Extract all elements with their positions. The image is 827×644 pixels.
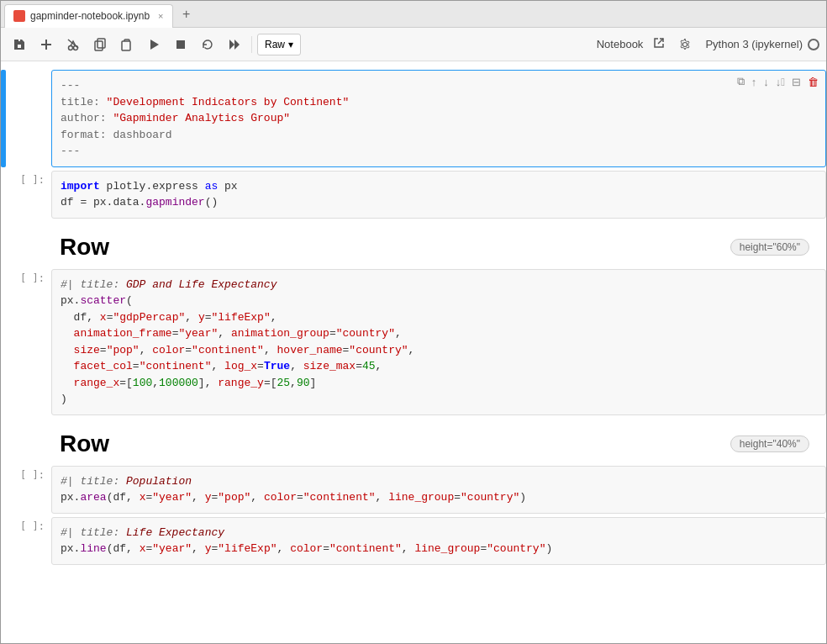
tab-close-button[interactable]: ×	[158, 11, 163, 21]
cell-type-label: Raw	[265, 39, 285, 50]
cell-3-code: #| title: GDP and Life Expectancy px.sca…	[52, 270, 825, 414]
row-1-heading: Row	[60, 234, 109, 260]
cell-2-content[interactable]: import plotly.express as px df = px.data…	[51, 171, 826, 219]
copy-button[interactable]	[88, 33, 112, 56]
cell-5[interactable]: [ ]: #| title: Life Expectancy px.line(d…	[1, 517, 826, 565]
cell-3-number: [ ]:	[9, 269, 51, 415]
cell-4[interactable]: [ ]: #| title: Population px.area(df, x=…	[1, 466, 826, 514]
settings-button[interactable]	[675, 33, 695, 56]
stop-button[interactable]	[169, 33, 192, 56]
add-cell-button[interactable]	[34, 33, 58, 56]
notebook-external-icon[interactable]	[653, 37, 665, 51]
row-2-heading: Row	[60, 430, 109, 457]
notebook-content: ⧉ ↑ ↓ ↓⃝ ⊟ 🗑 --- title: "Development Ind…	[1, 61, 826, 643]
svg-rect-2	[97, 39, 105, 48]
kernel-label: Python 3 (ipykernel)	[705, 38, 803, 50]
cell-type-arrow: ▾	[288, 39, 293, 50]
restart-button[interactable]	[196, 33, 219, 56]
run-button[interactable]	[142, 33, 166, 56]
cell-2-code: import plotly.express as px df = px.data…	[52, 172, 825, 218]
cell-download-btn[interactable]: ↓⃝	[774, 75, 787, 89]
cell-3-indicator	[1, 269, 6, 415]
svg-marker-5	[150, 40, 159, 50]
cell-3-content[interactable]: #| title: GDP and Life Expectancy px.sca…	[51, 269, 826, 415]
notebook-window: gapminder-notebook.ipynb × +	[0, 0, 827, 644]
cell-delete-btn[interactable]: 🗑	[806, 75, 820, 89]
row-1-height-badge: height="60%"	[730, 239, 809, 256]
new-tab-button[interactable]: +	[176, 4, 197, 24]
cut-button[interactable]	[61, 33, 85, 56]
svg-line-9	[658, 39, 663, 44]
cell-1-content[interactable]: ⧉ ↑ ↓ ↓⃝ ⊟ 🗑 --- title: "Development Ind…	[51, 70, 826, 167]
paste-button[interactable]	[115, 33, 139, 56]
row-1-content: Row height="60%"	[9, 229, 826, 266]
svg-rect-4	[122, 41, 130, 50]
row-2-markdown: Row height="40%"	[1, 425, 826, 462]
tab-bar: gapminder-notebook.ipynb × +	[1, 1, 826, 28]
cell-5-number: [ ]:	[9, 517, 51, 565]
notebook-tab-label: gapminder-notebook.ipynb	[30, 10, 150, 22]
cell-5-content[interactable]: #| title: Life Expectancy px.line(df, x=…	[51, 517, 826, 565]
cell-3[interactable]: [ ]: #| title: GDP and Life Expectancy p…	[1, 269, 826, 415]
fast-forward-button[interactable]	[223, 33, 246, 56]
cell-5-indicator	[1, 517, 6, 565]
cell-4-content[interactable]: #| title: Population px.area(df, x="year…	[51, 466, 826, 514]
notebook-tab[interactable]: gapminder-notebook.ipynb ×	[4, 4, 173, 28]
notebook-label: Notebook	[597, 38, 644, 50]
svg-rect-3	[95, 41, 103, 50]
cell-copy-btn[interactable]: ⧉	[735, 74, 746, 89]
cell-1-code: --- title: "Development Indicators by Co…	[52, 71, 825, 166]
svg-point-0	[69, 45, 73, 50]
cell-move-down-btn[interactable]: ↓	[761, 75, 771, 89]
save-button[interactable]	[8, 33, 31, 56]
kernel-circle-icon	[808, 39, 819, 50]
cell-1-number	[9, 70, 51, 167]
cell-4-code: #| title: Population px.area(df, x="year…	[52, 467, 825, 513]
svg-marker-8	[234, 40, 240, 50]
notebook-tab-icon	[13, 10, 25, 22]
cell-move-up-btn[interactable]: ↑	[750, 75, 759, 89]
cell-1[interactable]: ⧉ ↑ ↓ ↓⃝ ⊟ 🗑 --- title: "Development Ind…	[1, 70, 826, 167]
cell-4-number: [ ]:	[9, 466, 51, 514]
cell-2[interactable]: [ ]: import plotly.express as px df = px…	[1, 171, 826, 219]
cell-format-btn[interactable]: ⊟	[790, 75, 803, 89]
toolbar: Raw ▾ Notebook Python 3 (ipykernel)	[1, 28, 826, 61]
row-1-markdown: Row height="60%"	[1, 229, 826, 266]
cell-4-indicator	[1, 466, 6, 514]
cell-1-toolbar: ⧉ ↑ ↓ ↓⃝ ⊟ 🗑	[735, 74, 820, 89]
svg-rect-6	[176, 40, 185, 49]
active-indicator	[1, 70, 6, 167]
toolbar-right: Notebook Python 3 (ipykernel)	[597, 33, 819, 56]
cell-2-indicator	[1, 171, 6, 219]
svg-marker-7	[229, 40, 234, 50]
cell-type-dropdown[interactable]: Raw ▾	[257, 34, 301, 55]
kernel-status: Python 3 (ipykernel)	[705, 38, 819, 50]
cell-5-code: #| title: Life Expectancy px.line(df, x=…	[52, 518, 825, 564]
cell-2-number: [ ]:	[9, 171, 51, 219]
row-2-height-badge: height="40%"	[730, 435, 809, 452]
row-2-content: Row height="40%"	[9, 425, 826, 462]
toolbar-divider	[251, 36, 252, 53]
